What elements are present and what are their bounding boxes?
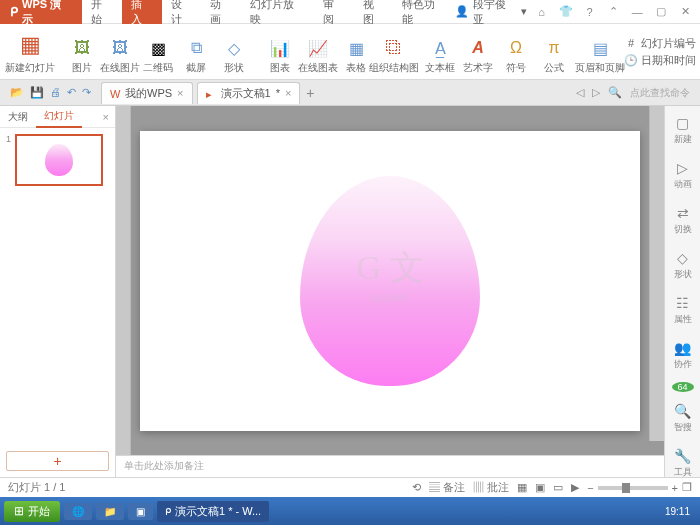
tab-mywps[interactable]: W 我的WPS ×: [101, 82, 193, 104]
rp-search[interactable]: 🔍智搜: [665, 400, 700, 437]
slide-number: 1: [6, 134, 11, 186]
system-tray-clock[interactable]: 19:11: [659, 506, 696, 517]
nav-back-icon[interactable]: ◁: [576, 86, 584, 99]
textbox-icon: A̲: [429, 37, 451, 59]
view-normal-icon[interactable]: ▦: [517, 481, 527, 494]
status-slide: 幻灯片 1 / 1: [8, 480, 65, 495]
task-pane: ▢新建 ▷动画 ⇄切换 ◇形状 ☷属性 👥协作 64 🔍智搜 🔧工具 ☁备份 ?…: [664, 106, 700, 477]
menu-slideshow[interactable]: 幻灯片放映: [241, 0, 314, 24]
zoom-slider[interactable]: [598, 486, 668, 490]
rp-shape[interactable]: ◇形状: [665, 247, 700, 284]
user-menu[interactable]: 👤 段宇俊亚 ▾: [455, 0, 527, 27]
textbox-button[interactable]: A̲文本框: [422, 28, 458, 75]
nav-fwd-icon[interactable]: ▷: [592, 86, 600, 99]
online-image-icon: 🖼: [109, 37, 131, 59]
menu-start[interactable]: 开始: [82, 0, 122, 24]
egg-shape[interactable]: [300, 176, 480, 386]
undo-icon[interactable]: ↶: [67, 86, 76, 99]
props-icon: ☷: [676, 295, 689, 311]
rp-animation[interactable]: ▷动画: [665, 157, 700, 194]
screenshot-button[interactable]: ⧉截屏: [178, 28, 214, 75]
tab-document[interactable]: ▸ 演示文稿1 * ×: [197, 82, 301, 104]
zoom-fit-icon[interactable]: ❐: [682, 481, 692, 494]
qrcode-button[interactable]: ▩二维码: [140, 28, 176, 75]
search-hint[interactable]: 点此查找命令: [630, 86, 690, 100]
minimize-button[interactable]: —: [628, 3, 646, 21]
help-icon[interactable]: ?: [581, 3, 599, 21]
zoom-in-icon[interactable]: +: [672, 482, 678, 494]
shape-button[interactable]: ◇形状: [216, 28, 252, 75]
rp-transition[interactable]: ⇄切换: [665, 202, 700, 239]
qrcode-icon: ▩: [147, 37, 169, 59]
rp-new[interactable]: ▢新建: [665, 112, 700, 149]
save-icon[interactable]: 💾: [30, 86, 44, 99]
rewind-icon[interactable]: ⟲: [412, 481, 421, 494]
menu-special[interactable]: 特色功能: [393, 0, 455, 24]
view-slideshow-icon[interactable]: ▶: [571, 481, 579, 494]
chevron-down-icon: ▾: [521, 5, 527, 18]
symbol-button[interactable]: Ω符号: [498, 28, 534, 75]
presentation-icon: ▸: [206, 88, 216, 98]
wps-logo-icon: W: [110, 88, 120, 98]
menu-animation[interactable]: 动画: [201, 0, 241, 24]
taskbar-wps[interactable]: ᑭ 演示文稿1 * - W...: [157, 501, 269, 522]
user-name: 段宇俊亚: [473, 0, 517, 27]
close-tab-icon[interactable]: ×: [285, 87, 291, 99]
view-reading-icon[interactable]: ▭: [553, 481, 563, 494]
online-chart-icon: 📈: [307, 37, 329, 59]
quick-access-toolbar: 📂 💾 🖨 ↶ ↷: [4, 86, 97, 99]
maximize-button[interactable]: ▢: [652, 3, 670, 21]
zoom-out-icon[interactable]: −: [587, 482, 593, 494]
add-slide-button[interactable]: +: [6, 451, 109, 471]
headerfooter-button[interactable]: ▤页眉和页脚: [582, 28, 618, 75]
close-tab-icon[interactable]: ×: [177, 87, 183, 99]
windows-start-button[interactable]: 开始: [4, 501, 60, 522]
skin-icon[interactable]: 👕: [557, 3, 575, 21]
taskbar-ie[interactable]: 🌐: [64, 503, 92, 520]
online-chart-button[interactable]: 📈在线图表: [300, 28, 336, 75]
comments-toggle[interactable]: ▥ 批注: [473, 480, 509, 495]
wordart-button[interactable]: A艺术字: [460, 28, 496, 75]
slide-canvas[interactable]: G 文system.: [116, 106, 664, 455]
search2-icon: 🔍: [674, 403, 691, 419]
rp-badge[interactable]: 64: [672, 382, 694, 392]
datetime-button[interactable]: 🕒日期和时间: [624, 53, 696, 68]
redo-icon[interactable]: ↷: [82, 86, 91, 99]
rp-props[interactable]: ☷属性: [665, 292, 700, 329]
minimize-ribbon[interactable]: ⌃: [604, 3, 622, 21]
notes-toggle[interactable]: ▤ 备注: [429, 480, 465, 495]
slide-thumbnail-1[interactable]: 1: [6, 134, 109, 186]
zoom-control[interactable]: − + ❐: [587, 481, 692, 494]
slidenum-button[interactable]: #幻灯片编号: [624, 36, 696, 51]
equation-button[interactable]: π公式: [536, 28, 572, 75]
smartart-button[interactable]: ⿻组织结构图: [376, 28, 412, 75]
outline-tab[interactable]: 大纲: [0, 106, 36, 128]
close-panel-icon[interactable]: ×: [97, 111, 115, 123]
view-sorter-icon[interactable]: ▣: [535, 481, 545, 494]
menu-design[interactable]: 设计: [162, 0, 202, 24]
online-image-button[interactable]: 🖼在线图片: [102, 28, 138, 75]
open-icon[interactable]: 📂: [10, 86, 24, 99]
home-icon[interactable]: ⌂: [533, 3, 551, 21]
menu-insert[interactable]: 插入: [122, 0, 162, 24]
user-icon: 👤: [455, 5, 469, 18]
slide-1[interactable]: G 文system.: [140, 131, 640, 431]
image-button[interactable]: 🖼图片: [64, 28, 100, 75]
taskbar-explorer[interactable]: 📁: [96, 503, 124, 520]
rp-collab[interactable]: 👥协作: [665, 337, 700, 374]
ribbon-insert: ▦新建幻灯片 🖼图片 🖼在线图片 ▩二维码 ⧉截屏 ◇形状 📊图表 📈在线图表 …: [0, 24, 700, 80]
slides-tab[interactable]: 幻灯片: [36, 106, 82, 128]
new-tab-button[interactable]: +: [306, 85, 314, 101]
menu-view[interactable]: 视图: [354, 0, 394, 24]
new-slide-button[interactable]: ▦新建幻灯片: [6, 28, 54, 75]
equation-icon: π: [543, 37, 565, 59]
notes-pane[interactable]: 单击此处添加备注: [116, 455, 664, 477]
search-icon[interactable]: 🔍: [608, 86, 622, 99]
menu-review[interactable]: 审阅: [314, 0, 354, 24]
print-icon[interactable]: 🖨: [50, 86, 61, 99]
screenshot-icon: ⧉: [185, 37, 207, 59]
chart-button[interactable]: 📊图表: [262, 28, 298, 75]
close-button[interactable]: ✕: [676, 3, 694, 21]
symbol-icon: Ω: [505, 37, 527, 59]
taskbar-app1[interactable]: ▣: [128, 503, 153, 520]
